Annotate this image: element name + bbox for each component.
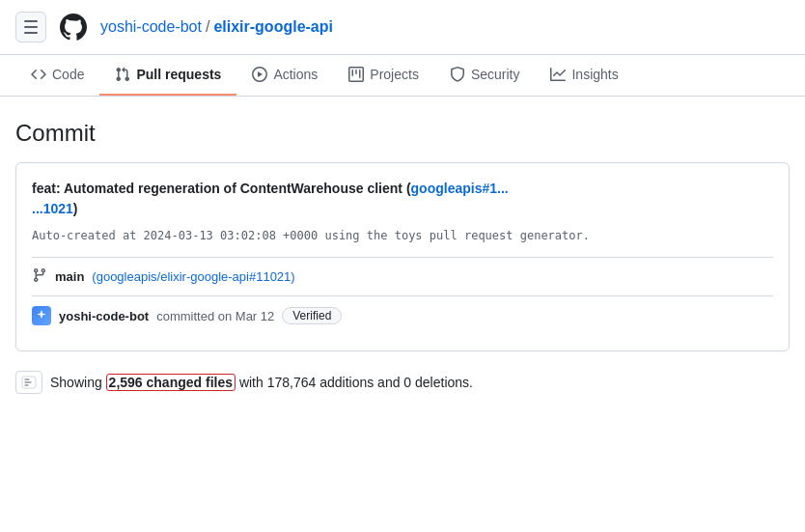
files-changed-row: Showing 2,596 changed files with 178,764… [15,371,790,394]
files-deletions: 0 [403,375,411,390]
header: yoshi-code-bot / elixir-google-api [0,0,805,55]
breadcrumb-owner[interactable]: yoshi-code-bot [100,18,202,36]
tab-actions[interactable]: Actions [236,55,333,96]
author-name: yoshi-code-bot [59,309,149,323]
page-title: Commit [15,120,790,147]
files-showing: Showing [50,375,106,390]
tab-pull-requests-label: Pull requests [136,67,221,82]
branch-name: main [55,269,84,284]
commit-description: Auto-created at 2024-03-13 03:02:08 +000… [32,227,773,245]
actions-icon [252,67,267,82]
commit-message-prefix: feat: Automated regeneration of ContentW… [32,181,411,196]
main-content: Commit feat: Automated regeneration of C… [0,97,805,417]
commit-time: committed on Mar 12 [156,309,274,323]
insights-icon [550,67,566,82]
files-additions: with 178,764 additions and [236,375,403,390]
files-text: Showing 2,596 changed files with 178,764… [50,375,473,390]
tab-projects-label: Projects [370,67,419,82]
files-end: deletions. [411,375,473,390]
branch-icon [32,267,47,286]
branch-ref-link[interactable]: (googleapis/elixir-google-api#11021) [92,269,294,284]
tabs-nav: Code Pull requests Actions Projects Secu… [0,55,805,97]
tab-projects[interactable]: Projects [333,55,434,96]
commit-message-link[interactable]: googleapis#1... [411,181,509,196]
verified-badge: Verified [282,307,342,324]
security-icon [450,67,465,82]
commit-branch-row: main (googleapis/elixir-google-api#11021… [32,257,773,295]
pr-icon [115,67,130,82]
commit-message-suffix: ) [73,201,78,216]
breadcrumb-separator: / [206,18,209,36]
tab-insights-label: Insights [571,67,618,82]
tab-code-label: Code [52,67,84,82]
commit-message: feat: Automated regeneration of ContentW… [32,179,773,219]
breadcrumb-repo[interactable]: elixir-google-api [213,18,333,36]
avatar [32,306,51,325]
tab-security[interactable]: Security [434,55,536,96]
hamburger-button[interactable] [15,12,46,42]
github-logo-icon[interactable] [58,12,89,42]
tab-insights[interactable]: Insights [535,55,633,96]
commit-message-link-2[interactable]: ...1021 [32,201,73,216]
commit-author-row: yoshi-code-bot committed on Mar 12 Verif… [32,295,773,335]
tab-code[interactable]: Code [15,55,99,96]
tab-security-label: Security [471,67,520,82]
breadcrumb: yoshi-code-bot / elixir-google-api [100,18,333,36]
tab-actions-label: Actions [273,67,318,82]
code-icon [31,67,46,82]
diff-icon [15,371,42,394]
projects-icon [348,67,364,82]
tab-pull-requests[interactable]: Pull requests [99,55,236,96]
commit-card: feat: Automated regeneration of ContentW… [15,162,790,351]
files-changed-highlight: 2,596 changed files [106,374,236,391]
